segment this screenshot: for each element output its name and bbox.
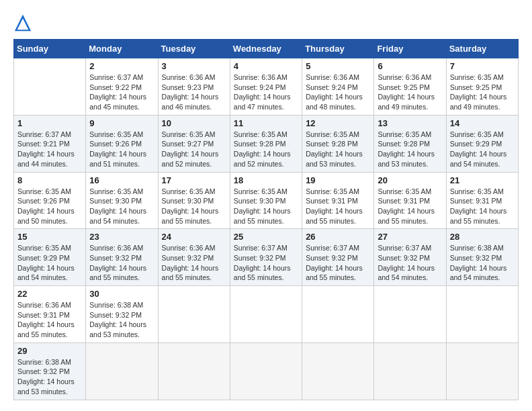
day-number: 8 xyxy=(17,175,82,185)
day-info: Sunrise: 6:36 AMSunset: 9:24 PMDaylight:… xyxy=(306,73,370,112)
column-header-sunday: Sunday xyxy=(14,40,86,58)
calendar-cell: 18Sunrise: 6:35 AMSunset: 9:30 PMDayligh… xyxy=(230,172,302,229)
logo-icon xyxy=(13,13,32,32)
day-info: Sunrise: 6:37 AMSunset: 9:21 PMDaylight:… xyxy=(17,130,82,169)
day-number: 22 xyxy=(17,289,82,299)
day-number: 20 xyxy=(378,175,442,185)
day-number: 13 xyxy=(378,118,442,128)
calendar-cell xyxy=(230,286,302,343)
day-info: Sunrise: 6:35 AMSunset: 9:26 PMDaylight:… xyxy=(89,130,154,169)
day-number: 21 xyxy=(450,175,515,185)
day-number: 5 xyxy=(306,61,370,71)
day-number: 14 xyxy=(450,118,515,128)
calendar-cell: 6Sunrise: 6:36 AMSunset: 9:25 PMDaylight… xyxy=(374,58,446,116)
calendar-cell: 24Sunrise: 6:36 AMSunset: 9:32 PMDayligh… xyxy=(158,229,230,286)
day-info: Sunrise: 6:35 AMSunset: 9:29 PMDaylight:… xyxy=(450,130,515,169)
day-number: 9 xyxy=(89,118,154,128)
calendar-cell: 10Sunrise: 6:35 AMSunset: 9:27 PMDayligh… xyxy=(158,115,230,172)
calendar-cell xyxy=(446,342,518,400)
calendar-week-row: 29Sunrise: 6:38 AMSunset: 9:32 PMDayligh… xyxy=(14,342,519,400)
column-header-tuesday: Tuesday xyxy=(158,40,230,58)
day-info: Sunrise: 6:35 AMSunset: 9:25 PMDaylight:… xyxy=(450,73,515,112)
column-header-monday: Monday xyxy=(86,40,158,58)
column-header-thursday: Thursday xyxy=(302,40,374,58)
calendar-cell: 13Sunrise: 6:35 AMSunset: 9:28 PMDayligh… xyxy=(374,115,446,172)
day-info: Sunrise: 6:35 AMSunset: 9:27 PMDaylight:… xyxy=(162,130,226,169)
calendar-cell xyxy=(374,286,446,343)
calendar-cell xyxy=(302,342,374,400)
day-number: 15 xyxy=(17,232,82,242)
calendar-week-row: 1Sunrise: 6:37 AMSunset: 9:21 PMDaylight… xyxy=(14,115,519,172)
calendar-cell: 16Sunrise: 6:35 AMSunset: 9:30 PMDayligh… xyxy=(86,172,158,229)
calendar-cell xyxy=(158,286,230,343)
day-info: Sunrise: 6:37 AMSunset: 9:32 PMDaylight:… xyxy=(306,243,370,283)
day-info: Sunrise: 6:35 AMSunset: 9:28 PMDaylight:… xyxy=(378,130,442,169)
day-info: Sunrise: 6:37 AMSunset: 9:22 PMDaylight:… xyxy=(89,73,154,112)
day-info: Sunrise: 6:36 AMSunset: 9:32 PMDaylight:… xyxy=(89,243,154,283)
calendar-cell: 2Sunrise: 6:37 AMSunset: 9:22 PMDaylight… xyxy=(86,58,158,116)
calendar-cell: 25Sunrise: 6:37 AMSunset: 9:32 PMDayligh… xyxy=(230,229,302,286)
calendar-cell xyxy=(230,342,302,400)
calendar-cell: 11Sunrise: 6:35 AMSunset: 9:28 PMDayligh… xyxy=(230,115,302,172)
column-header-saturday: Saturday xyxy=(446,40,518,58)
day-info: Sunrise: 6:36 AMSunset: 9:32 PMDaylight:… xyxy=(162,243,226,283)
day-number: 7 xyxy=(450,61,515,71)
calendar-cell: 27Sunrise: 6:37 AMSunset: 9:32 PMDayligh… xyxy=(374,229,446,286)
day-info: Sunrise: 6:35 AMSunset: 9:29 PMDaylight:… xyxy=(17,243,82,283)
day-number: 19 xyxy=(306,175,370,185)
calendar-cell: 22Sunrise: 6:36 AMSunset: 9:31 PMDayligh… xyxy=(14,286,86,343)
day-info: Sunrise: 6:36 AMSunset: 9:25 PMDaylight:… xyxy=(378,73,442,112)
calendar-week-row: 2Sunrise: 6:37 AMSunset: 9:22 PMDaylight… xyxy=(14,58,519,116)
day-number: 30 xyxy=(89,289,154,299)
calendar-week-row: 22Sunrise: 6:36 AMSunset: 9:31 PMDayligh… xyxy=(14,286,519,343)
calendar-cell: 23Sunrise: 6:36 AMSunset: 9:32 PMDayligh… xyxy=(86,229,158,286)
calendar-cell xyxy=(14,58,86,116)
day-number: 11 xyxy=(234,118,298,128)
calendar-cell: 5Sunrise: 6:36 AMSunset: 9:24 PMDaylight… xyxy=(302,58,374,116)
calendar-cell: 19Sunrise: 6:35 AMSunset: 9:31 PMDayligh… xyxy=(302,172,374,229)
calendar-week-row: 8Sunrise: 6:35 AMSunset: 9:26 PMDaylight… xyxy=(14,172,519,229)
day-info: Sunrise: 6:38 AMSunset: 9:32 PMDaylight:… xyxy=(17,357,82,397)
calendar-cell xyxy=(158,342,230,400)
calendar-cell: 20Sunrise: 6:35 AMSunset: 9:31 PMDayligh… xyxy=(374,172,446,229)
day-info: Sunrise: 6:36 AMSunset: 9:31 PMDaylight:… xyxy=(17,300,82,340)
day-info: Sunrise: 6:35 AMSunset: 9:26 PMDaylight:… xyxy=(17,187,82,226)
day-info: Sunrise: 6:35 AMSunset: 9:30 PMDaylight:… xyxy=(162,187,226,226)
logo xyxy=(13,13,35,32)
day-number: 4 xyxy=(234,61,298,71)
calendar-cell: 17Sunrise: 6:35 AMSunset: 9:30 PMDayligh… xyxy=(158,172,230,229)
day-info: Sunrise: 6:35 AMSunset: 9:31 PMDaylight:… xyxy=(378,187,442,226)
day-info: Sunrise: 6:35 AMSunset: 9:28 PMDaylight:… xyxy=(306,130,370,169)
day-number: 23 xyxy=(89,232,154,242)
column-header-friday: Friday xyxy=(374,40,446,58)
calendar-cell: 21Sunrise: 6:35 AMSunset: 9:31 PMDayligh… xyxy=(446,172,518,229)
day-info: Sunrise: 6:36 AMSunset: 9:24 PMDaylight:… xyxy=(234,73,298,112)
day-info: Sunrise: 6:35 AMSunset: 9:31 PMDaylight:… xyxy=(450,187,515,226)
calendar-cell: 29Sunrise: 6:38 AMSunset: 9:32 PMDayligh… xyxy=(14,342,86,400)
day-number: 24 xyxy=(162,232,226,242)
calendar-table: SundayMondayTuesdayWednesdayThursdayFrid… xyxy=(13,39,519,400)
day-number: 29 xyxy=(17,346,82,356)
calendar-cell: 9Sunrise: 6:35 AMSunset: 9:26 PMDaylight… xyxy=(86,115,158,172)
day-info: Sunrise: 6:38 AMSunset: 9:32 PMDaylight:… xyxy=(89,300,154,340)
day-number: 16 xyxy=(89,175,154,185)
day-info: Sunrise: 6:35 AMSunset: 9:28 PMDaylight:… xyxy=(234,130,298,169)
day-number: 26 xyxy=(306,232,370,242)
day-info: Sunrise: 6:35 AMSunset: 9:30 PMDaylight:… xyxy=(234,187,298,226)
day-info: Sunrise: 6:37 AMSunset: 9:32 PMDaylight:… xyxy=(378,243,442,283)
day-info: Sunrise: 6:35 AMSunset: 9:31 PMDaylight:… xyxy=(306,187,370,226)
day-number: 12 xyxy=(306,118,370,128)
day-info: Sunrise: 6:38 AMSunset: 9:32 PMDaylight:… xyxy=(450,243,515,283)
calendar-cell xyxy=(86,342,158,400)
calendar-cell xyxy=(374,342,446,400)
calendar-cell: 26Sunrise: 6:37 AMSunset: 9:32 PMDayligh… xyxy=(302,229,374,286)
day-number: 18 xyxy=(234,175,298,185)
calendar-cell: 12Sunrise: 6:35 AMSunset: 9:28 PMDayligh… xyxy=(302,115,374,172)
calendar-header-row: SundayMondayTuesdayWednesdayThursdayFrid… xyxy=(14,40,519,58)
calendar-cell xyxy=(302,286,374,343)
day-number: 17 xyxy=(162,175,226,185)
day-info: Sunrise: 6:37 AMSunset: 9:32 PMDaylight:… xyxy=(234,243,298,283)
day-number: 25 xyxy=(234,232,298,242)
calendar-cell: 1Sunrise: 6:37 AMSunset: 9:21 PMDaylight… xyxy=(14,115,86,172)
day-number: 10 xyxy=(162,118,226,128)
